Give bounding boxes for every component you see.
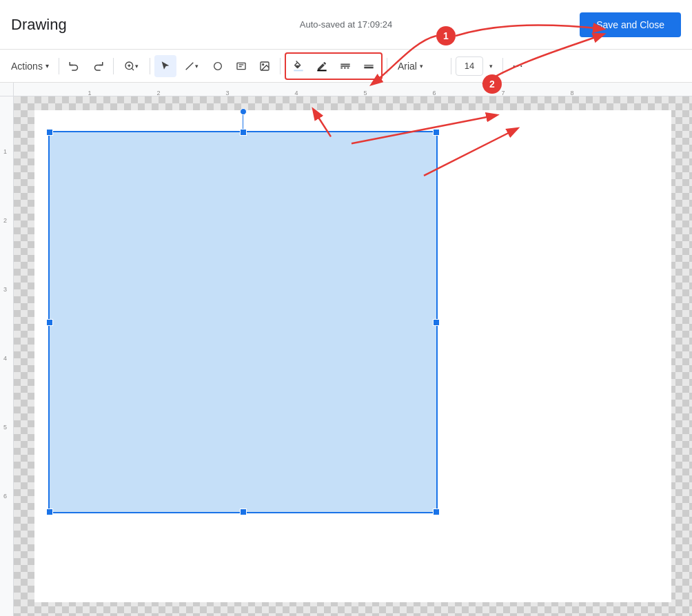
border-weight-button[interactable] bbox=[358, 55, 380, 77]
resize-handle-tl[interactable] bbox=[46, 129, 53, 136]
separator-1 bbox=[59, 58, 59, 74]
actions-label: Actions bbox=[11, 61, 43, 72]
resize-handle-mr[interactable] bbox=[433, 319, 440, 326]
resize-handle-bc[interactable] bbox=[240, 509, 247, 515]
font-dropdown-icon: ▾ bbox=[420, 63, 423, 70]
font-size-dropdown-button[interactable]: ▾ bbox=[485, 55, 498, 77]
separator-7 bbox=[502, 58, 503, 74]
svg-line-1 bbox=[132, 68, 134, 70]
format-group-highlighted bbox=[285, 52, 383, 80]
resize-handle-bl[interactable] bbox=[46, 509, 53, 515]
ruler-tick-4: 4 bbox=[3, 355, 7, 362]
ruler-tick-3: 3 bbox=[3, 286, 7, 293]
font-size-area: ▾ bbox=[456, 55, 498, 77]
ruler-top-tick-2: 2 bbox=[156, 90, 160, 96]
left-ruler-container: 1 2 3 4 5 6 bbox=[0, 83, 14, 616]
ruler-top-tick-7: 7 bbox=[501, 90, 505, 96]
ruler-corner bbox=[0, 83, 14, 96]
ruler-top: 1 2 3 4 5 6 7 8 bbox=[14, 83, 692, 96]
font-label: Arial bbox=[398, 61, 417, 72]
ruler-tick-1: 1 bbox=[3, 148, 7, 155]
separator-6 bbox=[451, 58, 451, 74]
svg-line-4 bbox=[186, 62, 194, 70]
ruler-top-tick-3: 3 bbox=[225, 90, 229, 96]
fill-color-button[interactable] bbox=[287, 55, 309, 77]
resize-handle-tr[interactable] bbox=[433, 129, 440, 136]
resize-handle-tc[interactable] bbox=[240, 129, 247, 136]
ruler-tick-2: 2 bbox=[3, 217, 7, 224]
border-color-button[interactable] bbox=[311, 55, 333, 77]
svg-rect-17 bbox=[364, 66, 373, 68]
ruler-top-tick-1: 1 bbox=[88, 90, 91, 96]
ruler-top-tick-6: 6 bbox=[432, 90, 436, 96]
more-dots-icon: ⋯ bbox=[512, 59, 524, 72]
canvas-surface bbox=[34, 110, 671, 602]
separator-5 bbox=[387, 58, 387, 74]
ruler-top-tick-5: 5 bbox=[363, 90, 367, 96]
more-options-button[interactable]: ⋯ bbox=[507, 55, 529, 77]
svg-point-5 bbox=[214, 62, 222, 70]
canvas-content: 1 2 3 4 5 6 7 8 bbox=[14, 83, 692, 616]
zoom-button[interactable]: ▾ bbox=[118, 55, 145, 77]
svg-rect-12 bbox=[317, 70, 326, 71]
separator-2 bbox=[113, 58, 114, 74]
separator-4 bbox=[280, 58, 281, 74]
rotation-handle[interactable] bbox=[240, 108, 247, 115]
ruler-tick-6: 6 bbox=[3, 493, 7, 500]
save-close-button[interactable]: Save and Close bbox=[580, 12, 681, 37]
svg-rect-16 bbox=[364, 65, 373, 65]
drawing-canvas[interactable]: 1 bbox=[14, 96, 692, 616]
svg-rect-11 bbox=[294, 70, 303, 71]
shape-tool-button[interactable] bbox=[207, 55, 229, 77]
autosave-status: Auto-saved at 17:09:24 bbox=[300, 19, 392, 30]
ruler-top-tick-8: 8 bbox=[570, 90, 573, 96]
select-button[interactable] bbox=[154, 55, 176, 77]
toolbar: Actions ▾ ▾ bbox=[0, 50, 692, 83]
line-tool-button[interactable]: ▾ bbox=[178, 55, 205, 77]
actions-dropdown-icon: ▾ bbox=[45, 62, 49, 70]
app-header: Drawing Auto-saved at 17:09:24 Save and … bbox=[0, 0, 692, 50]
border-dash-button[interactable] bbox=[334, 55, 356, 77]
undo-redo-group bbox=[63, 55, 109, 77]
redo-button[interactable] bbox=[87, 55, 109, 77]
line-arrow-icon: ▾ bbox=[195, 63, 199, 70]
resize-handle-br[interactable] bbox=[433, 509, 440, 515]
font-select-button[interactable]: Arial ▾ bbox=[391, 57, 447, 75]
ruler-left: 1 2 3 4 5 6 bbox=[0, 96, 14, 616]
textbox-button[interactable] bbox=[230, 55, 252, 77]
rotation-handle-line bbox=[243, 115, 243, 129]
zoom-arrow-icon: ▾ bbox=[135, 63, 139, 70]
actions-button[interactable]: Actions ▾ bbox=[6, 58, 54, 74]
separator-3 bbox=[150, 58, 150, 74]
selected-shape[interactable] bbox=[48, 131, 438, 513]
undo-button[interactable] bbox=[63, 55, 85, 77]
ruler-top-tick-4: 4 bbox=[294, 90, 298, 96]
font-size-input[interactable] bbox=[456, 57, 483, 76]
image-button[interactable] bbox=[254, 55, 276, 77]
canvas-area: 1 2 3 4 5 6 1 2 3 4 5 6 7 8 bbox=[0, 83, 692, 616]
svg-point-10 bbox=[263, 63, 264, 65]
app-title: Drawing bbox=[11, 16, 67, 34]
resize-handle-ml[interactable] bbox=[46, 319, 53, 326]
font-size-arrow-icon: ▾ bbox=[489, 63, 493, 70]
ruler-tick-5: 5 bbox=[3, 424, 7, 431]
